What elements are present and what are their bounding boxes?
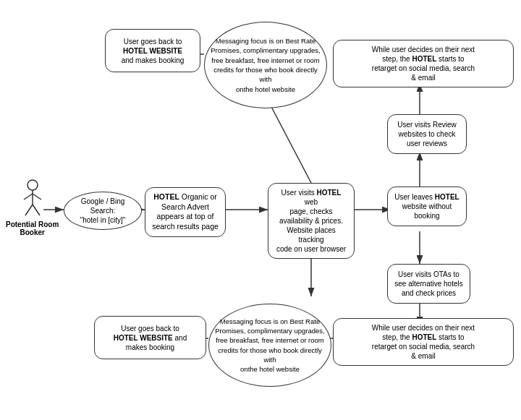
retarget-bottom-label: While user decides on their nextstep, th… [372, 323, 475, 361]
retarget-top-label: While user decides on their nextstep, th… [372, 45, 475, 82]
user-back-top-label: User goes back toHOTEL WEBSITEand makes … [122, 37, 185, 65]
retarget-bottom-node: While user decides on their nextstep, th… [333, 318, 514, 366]
stickman-figure [20, 179, 46, 219]
user-visits-otas-node: User visits OTAs tosee alternative hotel… [387, 264, 470, 304]
user-back-bottom-label: User goes back toHOTEL WEBSITE andmakes … [114, 324, 187, 352]
svg-point-15 [27, 180, 38, 190]
svg-line-17 [24, 194, 33, 200]
diagram: Potential Room Booker Google / Bing Sear… [0, 0, 521, 420]
user-visits-reviews-label: User visits Reviewwebsites to checkuser … [397, 120, 457, 148]
hotel-organic-search-node: HOTEL Organic orSearch Advertappears at … [145, 187, 226, 237]
user-visits-otas-label: User visits OTAs tosee alternative hotel… [394, 270, 463, 298]
potential-room-booker-label: Potential Room Booker [6, 220, 59, 236]
user-back-top-node: User goes back toHOTEL WEBSITEand makes … [105, 29, 200, 72]
messaging-bottom-label: Messaging focus is on Best RatePromises,… [215, 317, 325, 374]
svg-line-18 [33, 194, 41, 200]
user-visits-hotel-web-label: User visits HOTEL webpage, checksavailab… [274, 188, 348, 254]
user-visits-reviews-node: User visits Reviewwebsites to checkuser … [387, 114, 467, 154]
svg-line-19 [25, 205, 33, 215]
messaging-top-label: Messaging focus is on Best RatePromises,… [211, 36, 321, 94]
messaging-bottom-node: Messaging focus is on Best RatePromises,… [208, 304, 331, 387]
messaging-top-node: Messaging focus is on Best RatePromises,… [204, 22, 327, 108]
user-visits-hotel-web-node: User visits HOTEL webpage, checksavailab… [268, 183, 355, 259]
google-search-label: Google / Bing Search: "hotel in [city]" [70, 197, 135, 225]
retarget-top-node: While user decides on their nextstep, th… [333, 40, 514, 87]
hotel-organic-search-label: HOTEL Organic orSearch Advertappears at … [152, 192, 219, 232]
user-leaves-hotel-label: User leaves HOTELwebsite withoutbooking [394, 192, 459, 220]
user-back-bottom-node: User goes back toHOTEL WEBSITE andmakes … [94, 316, 206, 359]
stickman: Potential Room Booker [6, 179, 59, 236]
svg-line-20 [33, 205, 40, 215]
google-search-node: Google / Bing Search: "hotel in [city]" [64, 192, 142, 230]
user-leaves-hotel-node: User leaves HOTELwebsite withoutbooking [387, 187, 467, 226]
